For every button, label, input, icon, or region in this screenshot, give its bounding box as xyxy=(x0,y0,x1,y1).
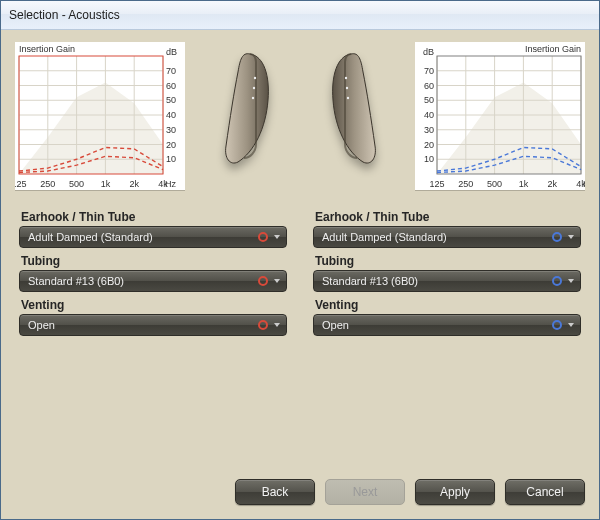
insertion-gain-chart-right: Insertion Gain 1252505001k2k4kHz10203040… xyxy=(415,42,585,190)
svg-text:40: 40 xyxy=(424,110,434,120)
svg-text:10: 10 xyxy=(166,154,176,164)
side-indicator-icon xyxy=(552,320,562,330)
chevron-down-icon xyxy=(274,323,280,327)
svg-point-32 xyxy=(251,97,253,99)
earhook-label-right: Earhook / Thin Tube xyxy=(315,210,581,224)
hearing-aid-icon xyxy=(210,48,280,178)
footer-buttons: Back Next Apply Cancel xyxy=(1,479,599,519)
side-indicator-icon xyxy=(258,276,268,286)
tubing-label-left: Tubing xyxy=(21,254,287,268)
tubing-dropdown-right[interactable]: Standard #13 (6B0) xyxy=(313,270,581,292)
side-indicator-icon xyxy=(258,232,268,242)
chevron-down-icon xyxy=(568,279,574,283)
svg-text:500: 500 xyxy=(69,179,84,189)
svg-text:10: 10 xyxy=(424,154,434,164)
apply-button[interactable]: Apply xyxy=(415,479,495,505)
earhook-value-left: Adult Damped (Standard) xyxy=(28,231,153,243)
svg-text:20: 20 xyxy=(424,140,434,150)
svg-point-33 xyxy=(344,77,346,79)
hearing-aid-icon xyxy=(321,48,391,178)
earhook-dropdown-left[interactable]: Adult Damped (Standard) xyxy=(19,226,287,248)
svg-text:60: 60 xyxy=(166,81,176,91)
tubing-label-right: Tubing xyxy=(315,254,581,268)
svg-text:40: 40 xyxy=(166,110,176,120)
svg-text:125: 125 xyxy=(15,179,27,189)
chart-title-right: Insertion Gain xyxy=(525,44,581,54)
svg-text:dB: dB xyxy=(166,47,177,57)
svg-text:60: 60 xyxy=(424,81,434,91)
svg-point-35 xyxy=(346,97,348,99)
venting-value-right: Open xyxy=(322,319,349,331)
acoustics-window: Selection - Acoustics Insertion Gain 125… xyxy=(0,0,600,520)
svg-text:250: 250 xyxy=(458,179,473,189)
charts-row: Insertion Gain 1252505001k2k4kHz10203040… xyxy=(1,30,599,190)
insertion-gain-chart-left: Insertion Gain 1252505001k2k4kHz10203040… xyxy=(15,42,185,190)
svg-point-31 xyxy=(252,87,254,89)
side-indicator-icon xyxy=(552,232,562,242)
tubing-value-left: Standard #13 (6B0) xyxy=(28,275,124,287)
svg-text:30: 30 xyxy=(424,125,434,135)
svg-text:1k: 1k xyxy=(519,179,529,189)
venting-dropdown-left[interactable]: Open xyxy=(19,314,287,336)
controls-left-column: Earhook / Thin Tube Adult Damped (Standa… xyxy=(19,204,287,336)
svg-text:250: 250 xyxy=(40,179,55,189)
venting-value-left: Open xyxy=(28,319,55,331)
chevron-down-icon xyxy=(568,323,574,327)
venting-label-left: Venting xyxy=(21,298,287,312)
insertion-gain-svg-left: 1252505001k2k4kHz10203040506070dB xyxy=(15,42,185,190)
side-indicator-icon xyxy=(258,320,268,330)
hearing-aid-left xyxy=(193,42,296,178)
next-button: Next xyxy=(325,479,405,505)
venting-label-right: Venting xyxy=(315,298,581,312)
earhook-dropdown-right[interactable]: Adult Damped (Standard) xyxy=(313,226,581,248)
content-area: Insertion Gain 1252505001k2k4kHz10203040… xyxy=(1,30,599,519)
tubing-value-right: Standard #13 (6B0) xyxy=(322,275,418,287)
hearing-aid-right xyxy=(304,42,407,178)
side-indicator-icon xyxy=(552,276,562,286)
svg-text:Hz: Hz xyxy=(165,179,176,189)
svg-text:1k: 1k xyxy=(101,179,111,189)
venting-dropdown-right[interactable]: Open xyxy=(313,314,581,336)
titlebar[interactable]: Selection - Acoustics xyxy=(1,1,599,30)
svg-point-30 xyxy=(253,77,255,79)
svg-text:2k: 2k xyxy=(547,179,557,189)
cancel-button[interactable]: Cancel xyxy=(505,479,585,505)
svg-text:70: 70 xyxy=(166,66,176,76)
svg-text:125: 125 xyxy=(429,179,444,189)
controls-right-column: Earhook / Thin Tube Adult Damped (Standa… xyxy=(313,204,581,336)
svg-text:50: 50 xyxy=(424,95,434,105)
chevron-down-icon xyxy=(274,279,280,283)
svg-text:30: 30 xyxy=(166,125,176,135)
svg-text:70: 70 xyxy=(424,66,434,76)
chart-title-left: Insertion Gain xyxy=(19,44,75,54)
earhook-value-right: Adult Damped (Standard) xyxy=(322,231,447,243)
svg-text:Hz: Hz xyxy=(583,179,585,189)
svg-text:50: 50 xyxy=(166,95,176,105)
svg-point-34 xyxy=(345,87,347,89)
chevron-down-icon xyxy=(568,235,574,239)
svg-text:20: 20 xyxy=(166,140,176,150)
tubing-dropdown-left[interactable]: Standard #13 (6B0) xyxy=(19,270,287,292)
window-title: Selection - Acoustics xyxy=(9,8,120,22)
svg-text:2k: 2k xyxy=(129,179,139,189)
earhook-label-left: Earhook / Thin Tube xyxy=(21,210,287,224)
svg-text:500: 500 xyxy=(487,179,502,189)
chevron-down-icon xyxy=(274,235,280,239)
insertion-gain-svg-right: 1252505001k2k4kHz10203040506070dB xyxy=(415,42,585,190)
controls-row: Earhook / Thin Tube Adult Damped (Standa… xyxy=(1,190,599,336)
back-button[interactable]: Back xyxy=(235,479,315,505)
svg-text:dB: dB xyxy=(423,47,434,57)
